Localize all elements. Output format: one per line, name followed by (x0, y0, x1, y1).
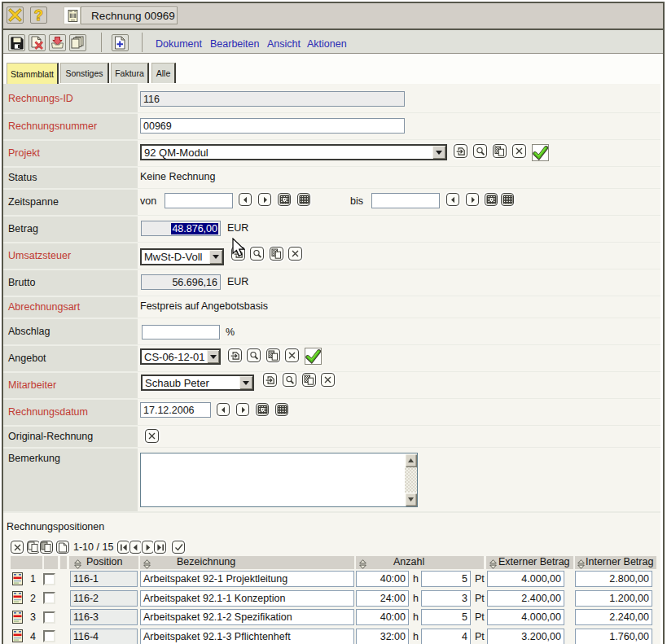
svg-text:?: ? (34, 7, 43, 23)
